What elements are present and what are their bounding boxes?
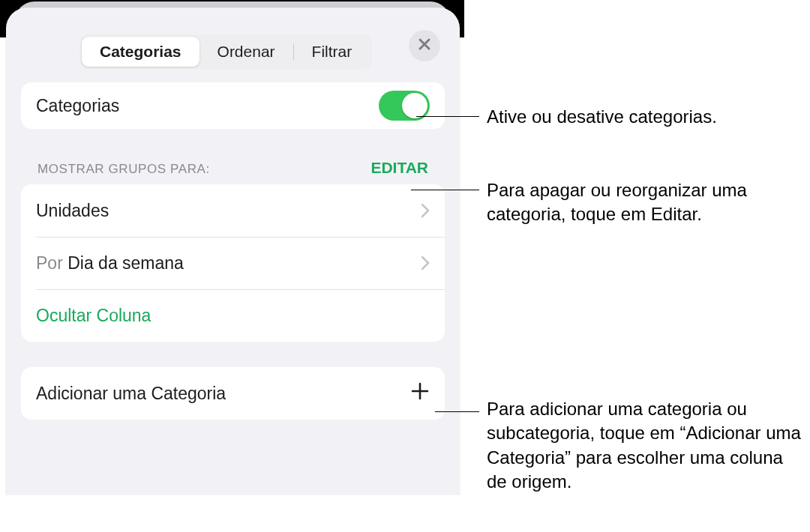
group-prefix: Por (36, 253, 68, 273)
callout-leader (411, 190, 479, 190)
hide-column-row[interactable]: Ocultar Coluna (21, 289, 445, 342)
toggle-card: Categorias (21, 82, 445, 129)
group-value: Dia da semana (68, 253, 184, 273)
group-label-unidades: Unidades (36, 201, 421, 221)
add-category-label: Adicionar uma Categoria (36, 384, 410, 404)
categories-toggle-label: Categorias (36, 96, 379, 116)
groups-section-header: MOSTRAR GRUPOS PARA: EDITAR (21, 159, 445, 177)
callout-add: Para adicionar uma categoria ou subcateg… (487, 397, 802, 495)
chevron-right-icon (421, 256, 430, 270)
groups-section-title: MOSTRAR GRUPOS PARA: (38, 162, 210, 177)
callout-leader (435, 411, 479, 412)
tab-filtrar[interactable]: Filtrar (294, 37, 370, 67)
callout-toggle: Ative ou desative categorias. (487, 105, 717, 129)
hide-column-label: Ocultar Coluna (36, 306, 430, 326)
group-label-dia-semana: Por Dia da semana (36, 253, 421, 273)
plus-icon (410, 381, 430, 405)
segmented-control: Categorias Ordenar Filtrar (80, 34, 372, 69)
add-category-row[interactable]: Adicionar uma Categoria (21, 367, 445, 420)
tab-categorias[interactable]: Categorias (82, 37, 200, 67)
group-row-unidades[interactable]: Unidades (21, 184, 445, 237)
groups-card: Unidades Por Dia da semana Ocultar Colun… (21, 184, 445, 342)
callout-leader (416, 116, 479, 117)
toggle-knob (402, 93, 428, 118)
chevron-right-icon (421, 203, 430, 218)
add-category-card: Adicionar uma Categoria (21, 367, 445, 420)
sheet-content: Categorias MOSTRAR GRUPOS PARA: EDITAR U… (6, 75, 460, 420)
organize-sheet: Categorias Ordenar Filtrar Categorias MO… (6, 7, 460, 495)
sheet-header: Categorias Ordenar Filtrar (6, 7, 460, 75)
tab-ordenar[interactable]: Ordenar (200, 37, 293, 67)
callout-edit: Para apagar ou reorganizar uma categoria… (487, 178, 802, 227)
close-icon (418, 37, 431, 54)
group-row-dia-semana[interactable]: Por Dia da semana (21, 237, 445, 289)
categories-toggle-row: Categorias (21, 82, 445, 129)
edit-button[interactable]: EDITAR (370, 159, 428, 177)
close-button[interactable] (409, 30, 440, 61)
